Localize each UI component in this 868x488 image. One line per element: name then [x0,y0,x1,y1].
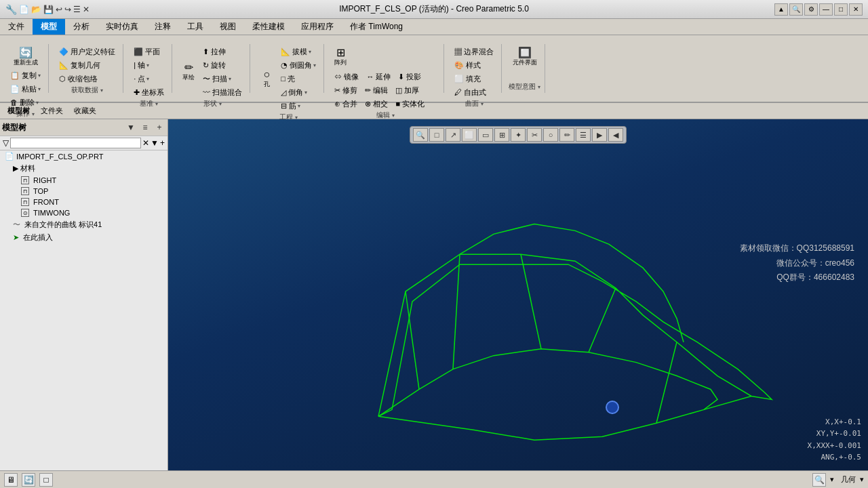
ribbon-btn-solidify[interactable]: ■ 实体化 [392,98,428,110]
ribbon-btn-thicken[interactable]: ◫ 加厚 [392,84,422,97]
ribbon-btn-copygeo[interactable]: 📐 复制几何 [56,59,104,72]
statusbar-screen-icon[interactable]: 🖥 [4,473,18,487]
view-btn-select[interactable]: ⬜ [462,128,477,142]
ribbon-btn-paste[interactable]: 📄 粘贴 ▾ [7,83,44,96]
ribbon-btn-chamfer[interactable]: ◿ 倒角 ▾ [277,86,319,99]
ribbon-btn-draft[interactable]: 📐 拔模 ▾ [277,45,319,58]
ribbon-btn-blendsweep[interactable]: 〰 扫描混合 [199,86,245,99]
view-btn-rect[interactable]: ▭ [478,128,493,142]
win-maximize[interactable]: □ [834,3,848,16]
view-btn-right[interactable]: ▶ [592,128,607,142]
tree-item-front[interactable]: ⊓ FRONT [0,197,167,207]
menu-author[interactable]: 作者 TimWong [342,19,411,35]
view-btn-cut[interactable]: ✂ [527,128,542,142]
toolbar-icon-extra2[interactable]: ✕ [83,5,90,14]
tree-search-input[interactable] [10,138,141,148]
filter-dropdown-icon[interactable]: ▼ [151,138,159,148]
sec-btn-folder[interactable]: 文件夹 [36,104,68,118]
ribbon-btn-sketch[interactable]: ✏ 草绘 [179,60,198,84]
menu-model[interactable]: 模型 [33,19,65,35]
tree-item-right[interactable]: ⊓ RIGHT [0,175,167,186]
tree-item-materials[interactable]: ▶ 材料 [0,162,167,175]
sec-btn-model[interactable]: 模型树 [3,104,35,118]
ribbon-btn-boundary[interactable]: ▦ 边界混合 [451,45,497,58]
menu-apps[interactable]: 应用程序 [293,19,342,35]
ribbon-btn-shrinkwrap[interactable]: ⬡ 收缩包络 [56,73,101,85]
view-btn-grid[interactable]: ⊞ [494,128,509,142]
window-controls[interactable]: ▲ 🔍 ⚙ — □ ✕ [774,3,863,16]
view-btn-menu[interactable]: ☰ [576,128,591,142]
ribbon-btn-round[interactable]: ◔ 倒圆角 ▾ [277,59,319,72]
toolbar-icon-redo[interactable]: ↪ [64,5,71,14]
tree-item-curve[interactable]: 〜 来自文件的曲线 标识41 [0,218,167,231]
menu-view[interactable]: 视图 [212,19,244,35]
view-btn-star[interactable]: ✦ [511,128,526,142]
ribbon-btn-extrude[interactable]: ⬆ 拉伸 [199,45,245,58]
toolbar-icon-new[interactable]: 📄 [19,5,29,14]
settings-btn[interactable]: ⚙ [804,3,818,16]
ribbon-btn-fill[interactable]: ⬜ 填充 [451,73,484,85]
ribbon-btn-revolve[interactable]: ↻ 旋转 [199,59,245,72]
ribbon-btn-trim[interactable]: ✂ 修剪 [331,84,361,97]
ribbon-btn-axis[interactable]: | 轴 ▾ [130,59,153,72]
ribbon-btn-point[interactable]: · 点 ▾ [130,73,153,85]
toolbar-icon-open[interactable]: 📂 [31,5,41,14]
ribbon-btn-hole[interactable]: ○ 孔 [257,67,276,91]
filter-add-icon[interactable]: + [160,138,165,148]
win-minimize[interactable]: — [819,3,833,16]
ribbon-btn-edit[interactable]: ✏ 编辑 [361,84,391,97]
win-close[interactable]: ✕ [849,3,863,16]
ribbon-btn-sweep[interactable]: 〜 扫描 ▾ [199,73,245,85]
view-btn-circle[interactable]: ○ [543,128,558,142]
ribbon-btn-shell[interactable]: □ 壳 [277,73,319,85]
statusbar-geometry-dropdown[interactable]: ▾ [860,475,864,484]
tree-item-timwong[interactable]: ⊙ TIMWONG [0,207,167,218]
ribbon-btn-component-interface[interactable]: 🔲 元件界面 [509,45,540,69]
menu-simulation[interactable]: 实时仿真 [98,19,146,35]
ribbon-btn-plane[interactable]: ⬛ 平面 [130,45,163,58]
ribbon-btn-extend[interactable]: ↔ 延伸 [363,70,394,83]
ribbon-btn-pattern[interactable]: ⊞ 阵列 [331,45,350,69]
toolbar-icon-save[interactable]: 💾 [43,5,54,14]
statusbar-dropdown-arrow[interactable]: ▾ [830,475,834,484]
search-btn[interactable]: 🔍 [789,3,803,16]
statusbar-search-icon[interactable]: 🔍 [812,473,826,487]
ribbon-btn-intersect[interactable]: ⊗ 相交 [361,98,391,110]
ribbon-collapse-btn[interactable]: ▲ [774,3,788,16]
filter-clear-icon[interactable]: ✕ [142,138,149,148]
ribbon-btn-project[interactable]: ⬇ 投影 [395,70,425,83]
view-btn-normal[interactable]: □ [429,128,444,142]
viewport[interactable]: 🔍 □ ↗ ⬜ ▭ ⊞ ✦ ✂ ○ ✏ ☰ ▶ ◀ 素材领取微信：QQ31256… [168,119,868,470]
menu-tools[interactable]: 工具 [179,19,212,35]
sec-btn-favorites[interactable]: 收藏夹 [69,104,101,118]
tree-item-top[interactable]: ⊓ TOP [0,186,167,197]
tree-item-insert[interactable]: ➤ 在此插入 [0,231,167,244]
tree-add-btn[interactable]: + [153,121,165,134]
menu-file[interactable]: 文件 [0,19,33,35]
curve-label: 来自文件的曲线 标识41 [24,220,102,230]
view-btn-arrow[interactable]: ↗ [446,128,460,142]
statusbar-square-icon[interactable]: □ [39,473,53,487]
ribbon-btn-copy[interactable]: 📋 复制 ▾ [7,69,44,82]
ribbon-btn-rib[interactable]: ⊟ 筋 ▾ [277,100,319,113]
ribbon-btn-mirror[interactable]: ⇔ 镜像 [331,70,362,83]
tree-filter-btn[interactable]: ▼ [125,121,137,134]
menu-analysis[interactable]: 分析 [65,19,98,35]
ribbon-btn-freestyle[interactable]: 🖊 自由式 [451,86,490,99]
ribbon-btn-style[interactable]: 🎨 样式 [451,59,484,72]
menu-flexible[interactable]: 柔性建模 [244,19,293,35]
toolbar-icon-extra[interactable]: ☰ [73,5,81,14]
ribbon-btn-userdefined[interactable]: 🔷 用户定义特征 [56,45,119,58]
view-btn-zoom[interactable]: 🔍 [413,128,428,142]
ribbon-btn-coord[interactable]: ✚ 坐标系 [130,86,167,99]
statusbar-refresh-icon[interactable]: 🔄 [22,473,35,487]
tree-column-btn[interactable]: ≡ [139,121,151,134]
toolbar-icon-undo[interactable]: ↩ [56,5,62,14]
view-btn-pen[interactable]: ✏ [559,128,574,142]
timwong-label: TIMWONG [33,209,70,217]
menu-annotation[interactable]: 注释 [146,19,179,35]
view-btn-left[interactable]: ◀ [608,128,623,142]
tree-item-root[interactable]: 📄 IMPORT_F_CLS_OP.PRT [0,150,167,162]
ribbon-btn-regenerate[interactable]: 🔄 重新生成 [10,45,41,69]
ribbon-btn-merge[interactable]: ⊕ 合并 [331,98,361,110]
